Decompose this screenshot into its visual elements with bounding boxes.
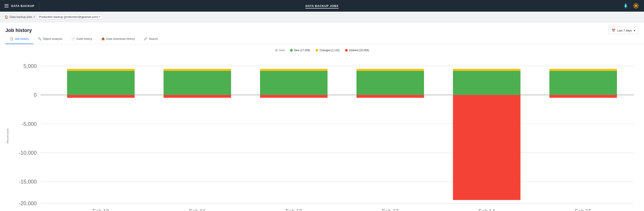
bar-feb14-deleted [453,95,520,200]
bar-feb13-deleted [356,95,424,98]
nav-brand: DATA BACKUP [11,4,34,8]
svg-text:5,000: 5,000 [24,63,37,69]
chart-wrapper: Record count 5,000 0 -5,000 [5,56,639,211]
legend-deleted-label: Deleted (20,058) [349,49,369,52]
svg-text:Feb 11: Feb 11 [189,208,206,210]
gear-icon[interactable] [632,2,640,10]
chart-svg: 5,000 0 -5,000 -10,000 -15,000 -20,000 [12,56,639,210]
tab-data-download-history[interactable]: 📥 Data download history [97,34,140,44]
breadcrumb-separator: // [33,15,35,18]
date-range-label: Last 7 days [617,29,632,32]
tab-object-analysis-label: Object analysis [43,37,62,40]
bar-feb15-new [550,71,617,95]
svg-text:Feb 14: Feb 14 [478,208,495,210]
svg-text:Feb 15: Feb 15 [575,208,592,210]
bar-feb14-new [453,71,520,95]
legend-changed-label: Changed (1,132) [320,49,340,52]
tab-job-history[interactable]: 📋 Job history [5,34,33,44]
bar-feb12-new [260,71,328,95]
audit-history-icon: 📄 [71,37,75,40]
legend-new-label: New (17,508) [294,49,310,52]
tab-object-analysis[interactable]: 🔍 Object analysis [33,34,67,44]
page-header: Job history 📅 Last 7 days ▾ [0,22,644,34]
bar-feb12-deleted [260,95,328,98]
bar-feb13-changed [356,69,424,71]
tab-audit-history-label: Audit history [76,37,92,40]
nav-center: DATA BACKUP JOBS [306,4,338,8]
chart-container: Total New (17,508) Changed (1,132) Delet… [0,44,644,211]
y-axis-label: Record count [5,56,10,211]
job-history-icon: 📋 [10,37,14,40]
tab-job-history-label: Job history [15,37,29,40]
legend-total: Total [275,49,285,52]
tab-data-download-label: Data download history [106,37,135,40]
svg-line-7 [637,7,638,8]
svg-line-6 [634,4,635,5]
breadcrumb-current-text: Production backup (production@gearset.co… [39,15,98,18]
date-range-chevron: ▾ [634,29,635,32]
bar-feb12-changed [260,69,328,71]
top-navigation: DATA BACKUP DATA BACKUP JOBS [0,0,644,12]
breadcrumb-current[interactable]: Production backup (production@gearset.co… [36,14,103,20]
svg-text:-5,000: -5,000 [22,121,37,127]
nav-title: DATA BACKUP JOBS [306,4,338,8]
date-range-button[interactable]: 📅 Last 7 days ▾ [608,27,639,34]
legend-new: New (17,508) [290,49,310,52]
legend-total-label: Total [279,49,285,52]
svg-text:Feb 13: Feb 13 [382,208,398,210]
svg-line-8 [637,4,638,5]
svg-text:0: 0 [34,92,37,98]
bar-feb10-new [67,71,134,95]
bar-feb10-deleted [67,95,134,98]
chart-inner: 5,000 0 -5,000 -10,000 -15,000 -20,000 [12,56,639,211]
tab-search[interactable]: 🔎 Search [139,34,162,44]
page-title: Job history [5,28,32,33]
bar-feb11-changed [164,69,231,71]
bar-feb14-changed [453,69,520,71]
svg-point-1 [635,5,637,7]
calendar-icon: 📅 [612,28,616,32]
legend-changed: Changed (1,132) [316,49,340,52]
bar-feb11-deleted [164,95,231,98]
nav-left: DATA BACKUP [4,4,34,8]
tab-search-label: Search [149,37,158,40]
breadcrumb-bar: 🏠 Data backup jobs // Production backup … [0,12,644,22]
bar-feb15-deleted [550,95,617,98]
legend-deleted: Deleted (20,058) [345,49,369,52]
bar-feb11-new [164,71,231,95]
data-download-icon: 📥 [101,37,105,40]
svg-text:-20,000: -20,000 [19,200,37,206]
breadcrumb-link[interactable]: Data backup jobs [10,15,32,18]
svg-text:-15,000: -15,000 [19,179,37,184]
svg-text:-10,000: -10,000 [19,150,37,156]
legend-total-dot [275,49,278,52]
legend-deleted-dot [345,49,348,52]
legend-new-dot [290,49,293,52]
svg-text:Feb 10: Feb 10 [92,208,109,210]
tab-audit-history[interactable]: 📄 Audit history [67,34,97,44]
search-icon: 🔎 [144,37,147,40]
home-icon: 🏠 [4,15,8,19]
rocket-icon[interactable] [622,3,629,9]
svg-text:Feb 12: Feb 12 [286,208,302,210]
nav-divider [39,2,39,9]
chevron-down-icon: ▾ [99,16,100,18]
bar-feb13-new [356,71,424,95]
object-analysis-icon: 🔍 [38,37,41,40]
bar-feb15-changed [550,69,617,71]
chart-legend: Total New (17,508) Changed (1,132) Delet… [5,49,639,52]
bar-feb10-changed [67,69,134,71]
tabs-bar: 📋 Job history 🔍 Object analysis 📄 Audit … [0,34,644,44]
legend-changed-dot [316,49,318,52]
svg-line-9 [634,7,635,8]
hamburger-menu[interactable] [4,4,8,8]
svg-point-0 [625,6,626,7]
nav-right [622,2,640,10]
